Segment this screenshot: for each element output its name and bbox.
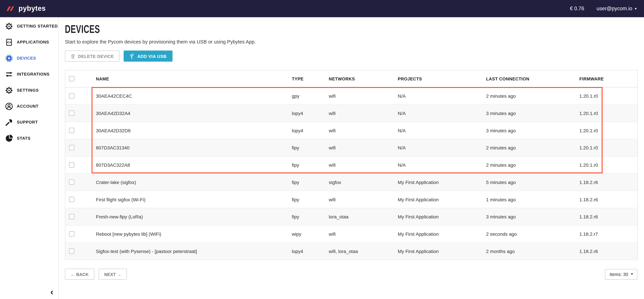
wrench-icon — [5, 118, 13, 126]
device-name-cell[interactable]: 30AEA42D32D8 — [90, 122, 286, 139]
sidebar-item-label: INTEGRATIONS — [17, 72, 50, 76]
next-button[interactable]: NEXT → — [98, 268, 127, 280]
device-firmware-cell: 1.20.1.r0 — [573, 104, 638, 122]
device-firmware-cell: 1.18.2.r6 — [573, 174, 638, 191]
device-projects-cell: My First Application — [392, 191, 480, 208]
page-title: DEVICES — [65, 23, 100, 35]
row-checkbox-cell — [65, 87, 90, 104]
device-last-connection-cell: 1 minutes ago — [480, 191, 573, 208]
app-window: pybytes € 0.76 user@pycom.io ▾ — [0, 0, 644, 299]
row-checkbox[interactable] — [69, 111, 74, 116]
select-all-cell — [65, 70, 90, 87]
brand-name: pybytes — [18, 4, 46, 13]
device-name-cell[interactable]: Fresh-new-fipy (LoRa) — [90, 208, 286, 225]
sidebar-item-label: APPLICATIONS — [17, 40, 49, 44]
device-name-cell[interactable]: 30AEA42CEC4C — [90, 87, 286, 104]
device-firmware-cell: 1.20.1.r0 — [573, 122, 638, 139]
device-name-cell[interactable]: First flight sigfox (Wi-Fi) — [90, 191, 286, 208]
sidebar-item-stats[interactable]: STATS — [0, 130, 58, 146]
device-name-cell[interactable]: Crater-lake (sigfox) — [90, 174, 286, 191]
device-row[interactable]: First flight sigfox (Wi-Fi) fipy wifi My… — [65, 191, 638, 208]
device-name-cell[interactable]: 30AEA42D32A4 — [90, 104, 286, 122]
device-last-connection-cell: 2 minutes ago — [480, 87, 573, 104]
row-checkbox-cell — [65, 191, 90, 208]
row-checkbox[interactable] — [69, 231, 74, 237]
row-checkbox-cell — [65, 104, 90, 122]
device-last-connection-cell: 3 minutes ago — [480, 122, 573, 139]
sidebar-collapse-chevron-icon[interactable]: ‹ — [50, 288, 54, 296]
main-content: DEVICES Start to explore the Pycom devic… — [59, 17, 644, 299]
toolbar: DELETE DEVICE ADD VIA USB — [65, 50, 638, 62]
device-row[interactable]: 807D3AC31340 fipy wifi N/A 2 minutes ago… — [65, 139, 638, 156]
pagination: ← BACK NEXT → Items: 30 ▾ — [65, 268, 638, 280]
chip-icon — [5, 54, 13, 62]
device-row[interactable]: 30AEA42D32A4 lopy4 wifi N/A 3 minutes ag… — [65, 104, 638, 122]
sidebar-item-support[interactable]: SUPPORT — [0, 114, 58, 130]
pybytes-logo[interactable]: pybytes — [6, 4, 46, 13]
device-firmware-cell: 1.18.2.r7 — [573, 225, 638, 242]
device-last-connection-cell: 3 minutes ago — [480, 208, 573, 225]
row-checkbox-cell — [65, 156, 90, 174]
column-header-networks: NETWORKS — [323, 70, 392, 87]
device-row[interactable]: Sigfox-test (with Pysense) - [pastoor pe… — [65, 242, 638, 260]
row-checkbox-cell — [65, 225, 90, 242]
device-name-cell[interactable]: Reboot [new pybytes lib] (WiFi) — [90, 225, 286, 242]
row-checkbox[interactable] — [69, 180, 74, 185]
device-networks-cell: sigfox — [323, 174, 392, 191]
row-checkbox[interactable] — [69, 197, 74, 202]
caret-down-icon: ▾ — [631, 272, 633, 276]
row-checkbox[interactable] — [69, 214, 74, 220]
sidebar-item-label: SUPPORT — [17, 120, 38, 124]
device-row[interactable]: 30AEA42D32D8 lopy4 wifi N/A 3 minutes ag… — [65, 122, 638, 139]
delete-device-button[interactable]: DELETE DEVICE — [65, 50, 120, 62]
add-via-usb-button[interactable]: ADD VIA USB — [124, 50, 172, 62]
device-firmware-cell: 1.18.2.r6 — [573, 208, 638, 225]
add-via-usb-label: ADD VIA USB — [137, 54, 166, 58]
sidebar-item-settings[interactable]: SETTINGS — [0, 82, 58, 98]
device-row[interactable]: 30AEA42CEC4C gpy wifi N/A 2 minutes ago … — [65, 87, 638, 104]
sidebar-item-getting-started[interactable]: GETTING STARTED — [0, 18, 58, 34]
sidebar-item-devices[interactable]: DEVICES — [0, 50, 58, 66]
delete-device-label: DELETE DEVICE — [78, 54, 114, 58]
device-type-cell: fipy — [286, 174, 322, 191]
back-button[interactable]: ← BACK — [65, 268, 94, 280]
row-checkbox[interactable] — [69, 249, 74, 254]
sidebar-item-label: STATS — [17, 136, 30, 140]
device-projects-cell: N/A — [392, 104, 480, 122]
column-header-type: TYPE — [286, 70, 322, 87]
items-per-page-dropdown[interactable]: Items: 30 ▾ — [605, 269, 638, 280]
device-networks-cell: wifi — [323, 139, 392, 156]
device-row[interactable]: 807D3AC322A8 fipy wifi N/A 2 minutes ago… — [65, 156, 638, 174]
device-name-cell[interactable]: 807D3AC322A8 — [90, 156, 286, 174]
row-checkbox[interactable] — [69, 162, 74, 168]
usb-icon — [130, 53, 134, 59]
device-name-cell[interactable]: Sigfox-test (with Pysense) - [pastoor pe… — [90, 242, 286, 260]
devices-table: NAME TYPE NETWORKS PROJECTS LAST CONNECT… — [65, 70, 638, 260]
devices-table-body: 30AEA42CEC4C gpy wifi N/A 2 minutes ago … — [65, 87, 638, 260]
device-row[interactable]: Fresh-new-fipy (LoRa) fipy lora_otaa My … — [65, 208, 638, 225]
device-networks-cell: wifi — [323, 104, 392, 122]
device-row[interactable]: Crater-lake (sigfox) fipy sigfox My Firs… — [65, 174, 638, 191]
row-checkbox[interactable] — [69, 93, 74, 99]
code-document-icon — [5, 38, 13, 46]
row-checkbox[interactable] — [69, 128, 74, 133]
device-last-connection-cell: 2 minutes ago — [480, 156, 573, 174]
device-projects-cell: N/A — [392, 156, 480, 174]
row-checkbox-cell — [65, 208, 90, 225]
sidebar-item-account[interactable]: ACCOUNT — [0, 98, 58, 114]
device-last-connection-cell: 3 minutes ago — [480, 104, 573, 122]
device-firmware-cell: 1.20.1.r0 — [573, 156, 638, 174]
row-checkbox-cell — [65, 139, 90, 156]
device-name-cell[interactable]: 807D3AC31340 — [90, 139, 286, 156]
user-menu[interactable]: user@pycom.io ▾ — [596, 6, 636, 12]
caret-down-icon: ▾ — [635, 7, 636, 10]
device-row[interactable]: Reboot [new pybytes lib] (WiFi) wipy wif… — [65, 225, 638, 242]
sidebar: GETTING STARTED APPLICATIONS — [0, 17, 59, 299]
row-checkbox[interactable] — [69, 145, 74, 150]
row-checkbox-cell — [65, 122, 90, 139]
device-last-connection-cell: 2 months ago — [480, 242, 573, 260]
sidebar-item-integrations[interactable]: INTEGRATIONS — [0, 66, 58, 82]
sidebar-item-applications[interactable]: APPLICATIONS — [0, 34, 58, 50]
row-checkbox-cell — [65, 174, 90, 191]
select-all-checkbox[interactable] — [69, 76, 74, 82]
